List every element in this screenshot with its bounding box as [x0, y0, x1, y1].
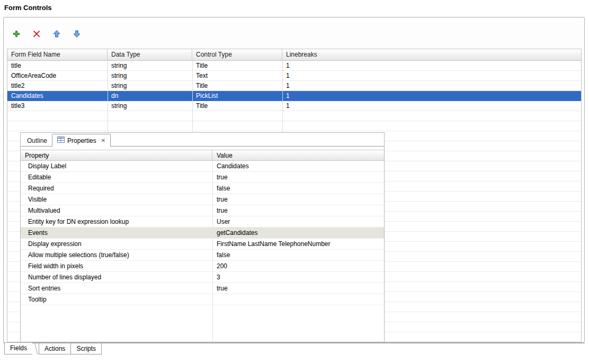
property-value-cell: false [212, 250, 384, 260]
property-row[interactable]: Entity key for DN expression lookupUser [21, 216, 384, 228]
cell-linebreaks: 1 [282, 101, 581, 111]
tab-fields-label: Fields [10, 344, 27, 352]
property-value-cell: true [212, 194, 384, 205]
column-header-linebreaks[interactable]: Linebreaks [282, 49, 581, 60]
property-row[interactable]: Requiredfalse [21, 183, 384, 194]
property-value-cell: Candidates [212, 161, 384, 171]
property-name-cell: Required [21, 183, 212, 194]
cell-data-type: string [108, 61, 192, 71]
property-name-cell: Events [21, 228, 212, 238]
tab-scripts[interactable]: Scripts [70, 343, 102, 354]
property-row[interactable]: Editabletrue [21, 172, 384, 183]
close-icon[interactable]: ✕ [101, 138, 105, 143]
move-down-button[interactable] [72, 30, 82, 39]
property-value-cell: 200 [212, 261, 384, 271]
cell-linebreaks: 1 [282, 81, 581, 91]
table-row[interactable]: title2stringTitle1 [7, 81, 581, 91]
property-row[interactable]: Display LabelCandidates [21, 161, 384, 172]
cell-form-field-name: OfficeAreaCode [7, 71, 108, 81]
move-up-button[interactable] [52, 30, 61, 39]
table-row[interactable]: OfficeAreaCodestringText1 [7, 71, 581, 81]
property-name-cell: Visible [21, 194, 212, 205]
cell-linebreaks: 1 [282, 61, 581, 71]
tab-actions[interactable]: Actions [39, 343, 71, 354]
property-name-cell: Allow multiple selections (true/false) [21, 250, 212, 260]
property-name-cell: Tooltip [21, 294, 212, 305]
cell-data-type: string [108, 81, 192, 91]
property-row[interactable]: Tooltip [21, 294, 384, 305]
cell-control-type: Text [192, 71, 282, 81]
cell-control-type: Title [192, 61, 282, 71]
table-row[interactable]: CandidatesdnPickList1 [7, 91, 581, 101]
property-row[interactable]: Field width in pixels200 [21, 261, 384, 272]
properties-view: Outline Properties ✕ Property Value Disp… [20, 132, 385, 342]
cell-control-type: PickList [192, 91, 282, 101]
cell-form-field-name: title3 [7, 101, 108, 111]
form-controls-page: Form Controls Form Field Name Data T [0, 0, 589, 364]
property-row[interactable]: Display expressionFirstName LastName Tel… [21, 239, 384, 250]
property-row[interactable]: EventsgetCandidates [21, 228, 384, 239]
property-value-cell: FirstName LastName TelephoneNumber [212, 239, 384, 249]
property-name-cell: Multivalued [21, 205, 212, 216]
add-field-button[interactable] [12, 30, 21, 39]
table-row[interactable]: titlestringTitle1 [7, 61, 581, 71]
cell-data-type: string [108, 101, 192, 111]
property-value-cell: getCandidates [212, 228, 384, 238]
column-header-data-type[interactable]: Data Type [108, 49, 192, 60]
property-value-divider [212, 161, 213, 342]
property-name-cell: Editable [21, 172, 212, 183]
property-name-cell: Sort entries [21, 283, 212, 294]
tab-outline[interactable]: Outline [22, 135, 52, 147]
plus-icon [12, 30, 21, 40]
property-name-cell: Field width in pixels [21, 261, 212, 271]
tab-outline-label: Outline [27, 137, 47, 144]
property-row[interactable]: Allow multiple selections (true/false)fa… [21, 250, 384, 261]
tab-fields[interactable]: Fields [4, 343, 32, 354]
property-row[interactable]: Multivaluedtrue [21, 205, 384, 216]
column-header-property[interactable]: Property [21, 150, 212, 160]
property-name-cell: Display expression [21, 239, 212, 249]
property-row[interactable]: Number of lines displayed3 [21, 272, 384, 283]
cell-linebreaks: 1 [282, 91, 581, 101]
fields-toolbar [12, 29, 82, 40]
up-arrow-icon [52, 30, 61, 40]
property-value-cell: true [212, 205, 384, 216]
property-name-cell: Entity key for DN expression lookup [21, 216, 212, 227]
properties-table-body: Display LabelCandidatesEditabletrueRequi… [21, 161, 384, 342]
property-row[interactable]: Sort entriestrue [21, 283, 384, 294]
red-x-icon [32, 30, 41, 40]
down-arrow-icon [73, 30, 81, 40]
cell-control-type: Title [192, 81, 282, 91]
property-row[interactable]: Visibletrue [21, 194, 384, 205]
cell-data-type: string [108, 71, 192, 81]
tab-properties-label: Properties [67, 137, 96, 144]
cell-form-field-name: title [7, 61, 108, 71]
property-value-cell: true [212, 172, 384, 183]
cell-linebreaks: 1 [282, 71, 581, 81]
property-name-cell: Number of lines displayed [21, 272, 212, 283]
page-title: Form Controls [4, 4, 52, 12]
property-name-cell: Display Label [21, 161, 212, 171]
cell-form-field-name: title2 [7, 81, 108, 91]
cell-control-type: Title [192, 101, 282, 111]
property-value-cell: false [212, 183, 384, 194]
column-header-form-field-name[interactable]: Form Field Name [7, 49, 108, 60]
tab-actions-label: Actions [44, 345, 65, 352]
cell-form-field-name: Candidates [7, 91, 108, 101]
property-value-cell: User [212, 216, 384, 227]
fields-table-header: Form Field Name Data Type Control Type L… [7, 49, 581, 61]
properties-table-header: Property Value [21, 150, 384, 161]
cell-data-type: dn [108, 91, 192, 101]
bottom-tabbar: Fields Actions Scripts [3, 343, 585, 356]
table-row[interactable]: title3stringTitle1 [7, 101, 581, 111]
tab-scripts-label: Scripts [76, 345, 96, 352]
property-value-cell [212, 294, 384, 305]
properties-tabbar: Outline Properties ✕ [21, 133, 384, 147]
property-value-cell: true [212, 283, 384, 294]
delete-field-button[interactable] [32, 30, 41, 39]
properties-table-icon [57, 136, 65, 144]
property-value-cell: 3 [212, 272, 384, 283]
column-header-value[interactable]: Value [212, 150, 384, 160]
column-header-control-type[interactable]: Control Type [192, 49, 282, 60]
tab-properties[interactable]: Properties ✕ [52, 134, 111, 147]
